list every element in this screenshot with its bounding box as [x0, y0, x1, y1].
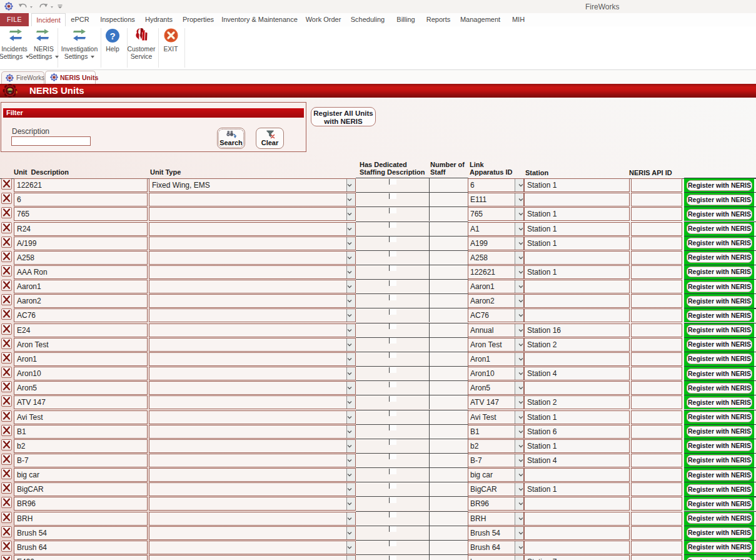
svg-text:?: ? [109, 31, 115, 41]
